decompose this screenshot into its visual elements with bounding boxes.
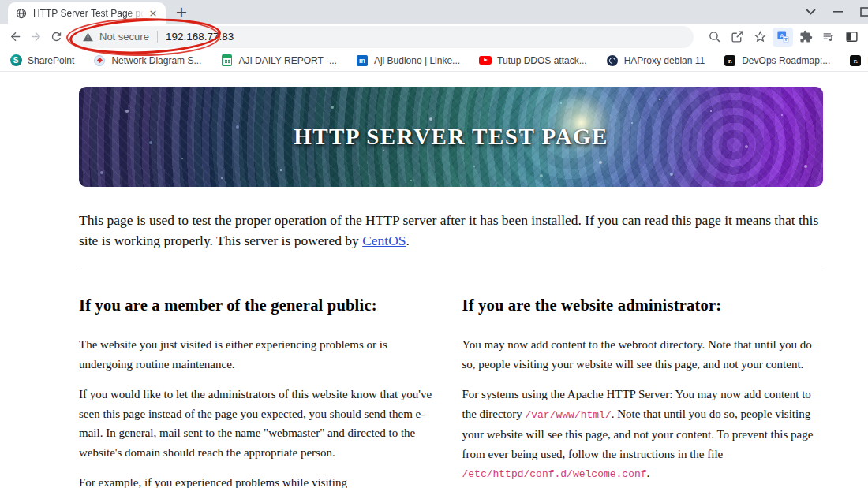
banner-image: HTTP SERVER TEST PAGE xyxy=(79,87,823,187)
bookmark-label: AJI DAILY REPORT -... xyxy=(238,55,336,66)
media-controls-button[interactable] xyxy=(818,28,839,47)
tab-close-icon[interactable]: × xyxy=(147,7,159,20)
bookmark-linkedin[interactable]: in Aji Budiono | Linke... xyxy=(356,54,460,67)
translate-button[interactable]: A xyxy=(773,28,793,47)
browser-window: HTTP Server Test Page powered × + Not se… xyxy=(0,0,868,488)
forward-arrow-icon xyxy=(29,30,43,43)
bookmark-label: Tutup DDOS attack... xyxy=(497,55,587,66)
website-admin-section: If you are the website administrator: Yo… xyxy=(462,296,824,488)
code-path-welcome-conf: /etc/httpd/conf.d/welcome.conf xyxy=(462,468,647,480)
tab-strip: HTTP Server Test Page powered × + xyxy=(0,0,868,24)
intro-period: . xyxy=(406,233,410,248)
warning-triangle-icon xyxy=(82,32,94,43)
google-sheets-icon xyxy=(222,54,232,66)
bookmark-label: Aji Budiono | Linke... xyxy=(374,55,460,66)
roadmap-icon: r. xyxy=(724,55,735,66)
minimize-icon[interactable] xyxy=(833,11,843,13)
bookmark-star-button[interactable] xyxy=(750,28,770,47)
omnibox-divider xyxy=(157,31,158,43)
tab-title: HTTP Server Test Page powered xyxy=(33,8,147,19)
bookmark-youtube[interactable]: Tutup DDOS attack... xyxy=(479,54,587,67)
url-text[interactable]: 192.168.77.83 xyxy=(166,31,234,43)
intro-text: This page is used to test the proper ope… xyxy=(79,212,818,248)
side-panel-button[interactable] xyxy=(841,28,862,47)
divider-rule xyxy=(79,270,823,270)
sharepoint-icon: S xyxy=(10,54,22,66)
roadmap-icon: r. xyxy=(850,55,861,66)
admin-paragraph-2: For systems using the Apache HTTP Server… xyxy=(462,385,824,485)
public-paragraph-1: The website you just visited is either e… xyxy=(79,335,440,374)
network-diagram-icon xyxy=(94,55,105,66)
search-button[interactable] xyxy=(704,28,724,47)
general-public-section: If you are a member of the general publi… xyxy=(79,296,440,488)
security-label[interactable]: Not secure xyxy=(99,31,149,43)
browser-tab[interactable]: HTTP Server Test Page powered × xyxy=(8,2,166,24)
page-content: HTTP SERVER TEST PAGE This page is used … xyxy=(0,72,868,488)
share-icon xyxy=(731,30,744,43)
search-icon xyxy=(708,30,721,43)
public-heading: If you are a member of the general publi… xyxy=(79,296,440,315)
bookmark-label: SharePoint xyxy=(28,55,74,66)
intro-paragraph: This page is used to test the proper ope… xyxy=(79,210,823,251)
bookmark-label: DevOps Roadmap:... xyxy=(742,55,830,66)
bookmark-haproxy-debian[interactable]: HAProxy debian 11 xyxy=(606,54,705,67)
bookmark-sharepoint[interactable]: S SharePoint xyxy=(9,54,74,67)
share-button[interactable] xyxy=(727,28,747,47)
bookmark-devops-roadmap[interactable]: r. DevOps Roadmap:... xyxy=(724,54,830,67)
window-controls xyxy=(806,0,868,24)
browser-toolbar: Not secure 192.168.77.83 A xyxy=(0,24,868,50)
translate-icon: A xyxy=(776,30,790,43)
debian-circle-icon xyxy=(607,55,618,66)
bookmark-label: HAProxy debian 11 xyxy=(624,55,705,66)
globe-icon xyxy=(16,8,27,19)
youtube-icon xyxy=(479,56,492,65)
back-arrow-icon xyxy=(9,30,22,43)
new-tab-button[interactable]: + xyxy=(170,1,193,23)
bookmark-docker-roadmap[interactable]: r. Docker Roadmap -... xyxy=(849,54,868,67)
address-bar[interactable]: Not secure 192.168.77.83 xyxy=(71,26,694,48)
chevron-down-icon[interactable] xyxy=(806,9,816,15)
extensions-button[interactable] xyxy=(795,28,816,47)
forward-button[interactable] xyxy=(25,27,46,47)
star-icon xyxy=(754,30,767,43)
public-paragraph-3: For example, if you experienced problems… xyxy=(79,473,440,488)
maximize-icon[interactable] xyxy=(860,7,868,17)
reload-button[interactable] xyxy=(46,27,66,47)
side-panel-icon xyxy=(845,30,859,43)
centos-link[interactable]: CentOS xyxy=(362,233,406,248)
code-path-webroot: /var/www/html/ xyxy=(525,409,611,421)
page-title: HTTP SERVER TEST PAGE xyxy=(294,124,608,150)
admin-heading: If you are the website administrator: xyxy=(462,296,824,315)
banner-speckles xyxy=(79,87,80,88)
reload-icon xyxy=(50,30,63,43)
back-button[interactable] xyxy=(5,27,25,47)
extensions-puzzle-icon xyxy=(799,30,813,43)
bookmark-aji-daily-report[interactable]: AJI DAILY REPORT -... xyxy=(220,54,336,67)
bookmark-network-diagram[interactable]: Network Diagram S... xyxy=(93,54,201,67)
linkedin-icon: in xyxy=(357,55,368,66)
admin-paragraph-1: You may now add content to the webroot d… xyxy=(462,335,824,374)
bookmarks-bar: S SharePoint Network Diagram S... AJI DA… xyxy=(0,50,868,72)
media-playlist-icon xyxy=(821,30,836,43)
public-paragraph-2: If you would like to let the administrat… xyxy=(79,385,440,462)
bookmark-label: Network Diagram S... xyxy=(111,55,201,66)
